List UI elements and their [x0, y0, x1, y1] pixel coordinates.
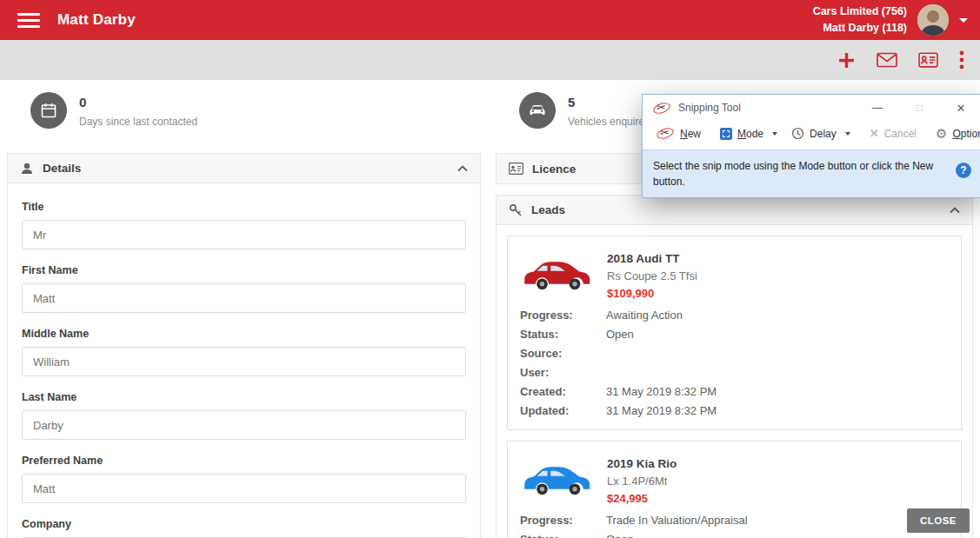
key-icon — [509, 203, 523, 217]
account-name: Cars Limited (756) — [813, 3, 907, 20]
mode-icon — [720, 128, 732, 140]
preferred-name-input[interactable] — [22, 474, 466, 503]
chevron-down-icon[interactable] — [959, 18, 968, 23]
dropdown-arrow-icon — [845, 132, 850, 136]
details-panel-header[interactable]: Details — [8, 154, 480, 183]
detail-label: Status: — [520, 533, 606, 538]
lead-detail-row: Status: Open — [520, 533, 949, 538]
first-name-input[interactable] — [22, 283, 466, 313]
middle-name-input[interactable] — [22, 347, 466, 376]
person-icon — [20, 162, 34, 176]
cancel-label: Cancel — [884, 128, 917, 140]
scissors-icon: ✂ — [657, 127, 675, 140]
gear-icon: ⚙ — [936, 127, 947, 140]
snip-window-title: Snipping Tool — [678, 102, 741, 114]
field-label: Preferred Name — [22, 455, 466, 467]
lead-detail-row: User: — [520, 366, 949, 379]
snip-titlebar[interactable]: ✂ Snipping Tool — □ ✕ — [643, 95, 980, 121]
contact-card-icon[interactable] — [918, 52, 938, 68]
mail-icon[interactable] — [877, 52, 897, 68]
minimize-button[interactable]: — — [869, 103, 886, 113]
mode-button[interactable]: Mode — [713, 123, 784, 144]
avatar[interactable] — [917, 4, 949, 36]
maximize-button[interactable]: □ — [910, 103, 928, 113]
main-content: Details Title First Name Middle Name — [0, 148, 980, 538]
options-label: Options — [952, 128, 980, 140]
lead-vehicle-variant: Lx 1.4P/6Mt — [607, 475, 677, 488]
detail-label: Source: — [520, 347, 606, 360]
lead-vehicle-name: 2018 Audi TT — [607, 252, 697, 265]
lead-vehicle-name: 2019 Kia Rio — [607, 457, 677, 470]
details-panel: Details Title First Name Middle Name — [7, 153, 481, 538]
lead-detail-row: Source: — [520, 347, 949, 360]
detail-label: Progress: — [520, 514, 606, 527]
leads-panel: Leads 2018 Audi TT — [496, 195, 973, 538]
detail-value: 31 May 2019 8:32 PM — [606, 404, 717, 417]
panel-title: Licence — [532, 163, 576, 176]
form-field: Preferred Name — [22, 455, 466, 503]
lead-detail-row: Updated: 31 May 2019 8:32 PM — [520, 404, 949, 417]
action-toolbar — [0, 40, 980, 80]
lead-vehicle-variant: Rs Coupe 2.5 Tfsi — [607, 269, 697, 282]
app-header: Matt Darby Cars Limited (756) Matt Darby… — [0, 0, 980, 40]
form-field: Company — [22, 518, 466, 538]
field-label: Title — [22, 201, 466, 213]
more-menu-icon[interactable] — [959, 50, 964, 70]
add-icon[interactable] — [837, 51, 856, 70]
snipping-tool-window: ✂ Snipping Tool — □ ✕ ✂ New Mode Delay ✕… — [642, 94, 980, 198]
delay-label: Delay — [810, 128, 837, 140]
form-field: Last Name — [22, 391, 466, 440]
id-card-icon — [509, 163, 523, 175]
field-label: Middle Name — [22, 328, 466, 340]
detail-label: Status: — [520, 328, 606, 341]
field-label: First Name — [22, 264, 466, 276]
delay-button[interactable]: Delay — [784, 123, 857, 144]
chevron-up-icon[interactable] — [950, 207, 960, 214]
user-name: Matt Darby (118) — [813, 20, 907, 37]
detail-label: Updated: — [520, 404, 606, 417]
detail-value: 31 May 2019 8:32 PM — [606, 385, 717, 398]
title-input[interactable] — [22, 220, 466, 249]
detail-value: Awaiting Action — [606, 309, 683, 322]
mode-label: Mode — [737, 128, 763, 140]
dropdown-arrow-icon — [772, 132, 777, 136]
snip-info-bar: Select the snip mode using the Mode butt… — [643, 149, 980, 197]
calendar-icon — [30, 92, 67, 129]
detail-label: User: — [520, 366, 606, 379]
close-button[interactable]: CLOSE — [907, 508, 970, 533]
menu-icon[interactable] — [17, 13, 40, 28]
leads-panel-header[interactable]: Leads — [497, 196, 972, 225]
form-field: Title — [22, 201, 466, 249]
stat-value: 0 — [79, 95, 197, 110]
lead-card[interactable]: 2019 Kia Rio Lx 1.4P/6Mt $24,995 Progres… — [507, 441, 962, 538]
new-snip-button[interactable]: ✂ New — [650, 123, 708, 144]
detail-value: Open — [606, 533, 634, 538]
detail-label: Created: — [520, 385, 606, 398]
chevron-up-icon[interactable] — [457, 165, 468, 172]
form-field: First Name — [22, 264, 466, 313]
car-icon — [519, 92, 556, 129]
page-title: Matt Darby — [57, 11, 136, 29]
field-label: Company — [22, 518, 466, 530]
lead-detail-row: Created: 31 May 2019 8:32 PM — [520, 385, 949, 398]
close-window-button[interactable]: ✕ — [952, 103, 970, 114]
clock-icon — [791, 127, 804, 140]
form-field: Middle Name — [22, 328, 466, 376]
snip-toolbar: ✂ New Mode Delay ✕ Cancel ⚙ Options — [643, 121, 980, 149]
scissors-icon: ✂ — [653, 102, 671, 115]
stat-value: 5 — [568, 95, 650, 110]
panel-title: Leads — [531, 203, 565, 216]
options-button[interactable]: ⚙ Options — [929, 123, 980, 144]
snip-info-text: Select the snip mode using the Mode butt… — [653, 158, 942, 189]
lead-detail-row: Status: Open — [520, 328, 949, 341]
vehicle-image — [520, 455, 593, 501]
lead-detail-row: Progress: Awaiting Action — [520, 309, 949, 322]
last-name-input[interactable] — [22, 410, 466, 440]
cancel-button[interactable]: ✕ Cancel — [863, 123, 923, 144]
new-label: New — [680, 128, 701, 140]
lead-card[interactable]: 2018 Audi TT Rs Coupe 2.5 Tfsi $109,990 … — [507, 236, 962, 430]
detail-value: Trade In Valuation/Appraisal — [606, 514, 748, 527]
vehicle-image — [520, 250, 593, 296]
help-icon[interactable]: ? — [956, 163, 971, 178]
field-label: Last Name — [22, 391, 466, 403]
